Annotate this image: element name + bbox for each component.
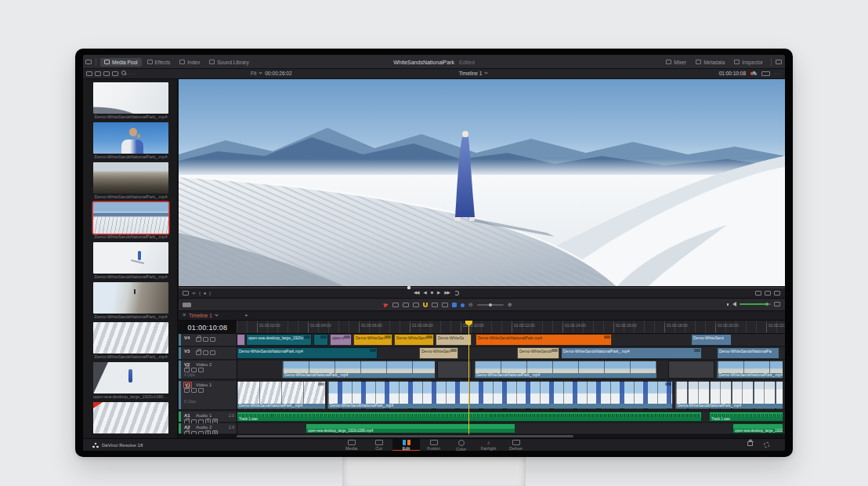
volume-slider[interactable] — [740, 303, 771, 305]
auto-select-icon[interactable] — [191, 368, 197, 372]
marker-color-chip[interactable] — [461, 303, 465, 307]
page-deliver[interactable]: Deliver — [502, 439, 530, 451]
transport-step-back-button[interactable]: ◀ — [423, 290, 425, 296]
timeline-scrollbar[interactable] — [237, 435, 573, 437]
volume-icon[interactable] — [732, 302, 736, 306]
media-clip-item[interactable]: Demo-WhiteSandsNationalPark_.mp4 — [93, 322, 168, 359]
media-clip-item[interactable]: Demo-WhiteSandsNationalPark_.mp4 — [93, 282, 168, 319]
trim-edit-icon[interactable] — [392, 303, 399, 307]
lock-icon[interactable] — [184, 388, 190, 393]
timeline-clip[interactable]: Demo-WhiteSandsNationalPark_.mp4 — [691, 334, 732, 346]
monitor-icon[interactable] — [198, 368, 204, 372]
tab-inspector[interactable]: Inspector — [730, 58, 767, 67]
timeline-clip[interactable] — [437, 361, 472, 379]
page-fusion[interactable]: Fusion — [420, 439, 447, 451]
match-frame-icon[interactable] — [755, 291, 761, 296]
timeline-ruler[interactable]: 01:00:02:0001:00:04:0001:00:06:0001:00:0… — [237, 321, 785, 334]
track-id[interactable]: V3 — [184, 349, 190, 354]
auto-select-icon[interactable] — [203, 350, 208, 355]
tab-effects[interactable]: Effects — [143, 58, 175, 67]
timeline-clip[interactable]: open-sea-desktop_large_1920x1080.mp4 — [732, 423, 783, 433]
toolbox-icon[interactable] — [183, 303, 191, 307]
audio-meter-icon[interactable] — [774, 302, 780, 306]
media-clip-item[interactable]: Demo-WhiteSandsNationalPark_.mp4 — [93, 82, 168, 119]
media-clip-item[interactable]: open-sea-desktop_large_1920x1080.mp4 — [93, 362, 168, 399]
lock-icon[interactable] — [196, 337, 201, 342]
jog-control[interactable]: ( ● ) — [199, 291, 212, 296]
list-view-icon[interactable] — [112, 71, 118, 76]
timeline-clip[interactable]: Track 1.wav — [709, 412, 783, 422]
timeline-clip[interactable]: open-sea-desktop_large_1920x1080.mp4 — [246, 334, 312, 346]
timeline-viewer[interactable] — [179, 79, 785, 286]
monitor-icon[interactable] — [198, 388, 204, 393]
settings-gear-icon[interactable] — [764, 442, 769, 448]
timeline-clip[interactable]: open-sea-desktop_large_1920x1080.mp4 — [330, 334, 352, 346]
playhead-line[interactable] — [468, 321, 469, 434]
media-clip-item[interactable]: Demo-WhiteSandsNationalPark_.mp4 — [93, 242, 168, 279]
timeline-clip[interactable]: Demo-WhiteSandsNationalPark_.mp4 — [282, 361, 436, 379]
search-icon[interactable] — [121, 71, 127, 76]
timeline-clip[interactable]: Demo-WhiteSandsNationalPark_.mp4 — [517, 347, 559, 359]
loop-button[interactable] — [454, 291, 459, 296]
media-clip-item[interactable] — [93, 402, 168, 434]
timeline-clip[interactable]: open-sea-desktop_large_1920x1080.mp4 — [306, 423, 515, 433]
dual-screen-icon[interactable] — [761, 71, 770, 76]
transport-stop-button[interactable]: ■ — [431, 290, 432, 296]
flag-icon[interactable] — [442, 303, 448, 307]
fit-dropdown[interactable]: Fit — [251, 71, 256, 76]
page-media[interactable]: Media — [338, 439, 365, 451]
transport-play-button[interactable]: ▶ — [437, 290, 439, 296]
page-color[interactable]: Color — [447, 439, 475, 451]
import-icon[interactable] — [86, 71, 92, 76]
pointer-tool-icon[interactable] — [383, 302, 389, 308]
clip-color-chip[interactable] — [452, 303, 457, 307]
media-clip-item[interactable]: Demo-WhiteSandsNationalPark_.mp4 — [93, 202, 168, 239]
media-clip-item[interactable]: Demo-WhiteSandsNationalPark_.mp4 — [93, 162, 168, 199]
workspace-icon[interactable] — [85, 60, 92, 64]
add-timeline-button[interactable]: + — [244, 312, 248, 319]
timeline-clip[interactable]: Demo-WhiteSandsNationalPark_.mp4 — [353, 334, 392, 346]
snap-magnet-icon[interactable] — [423, 303, 428, 307]
timeline-clip[interactable]: Demo-WhiteSandsNationalPark_.mp4 — [237, 381, 326, 409]
timeline-clip[interactable] — [668, 361, 714, 379]
zoom-in-icon[interactable]: ⊕ — [508, 302, 512, 308]
page-fairlight[interactable]: ♪Fairlight — [475, 439, 502, 451]
timeline-clip[interactable]: Demo-WhiteSandsNationalPark_.mp4 — [717, 361, 783, 379]
link-clips-icon[interactable] — [432, 303, 438, 307]
zoom-slider[interactable] — [477, 304, 504, 306]
timeline-clip[interactable]: Demo-WhiteSandsNationalPark_.mp4 — [436, 334, 472, 346]
lock-icon[interactable] — [184, 368, 190, 372]
dynamic-trim-icon[interactable] — [403, 303, 409, 307]
monitor-icon[interactable] — [210, 350, 215, 355]
timeline-clip[interactable]: Demo-WhiteSandsNationalPark_.mp4 — [474, 361, 657, 379]
timeline-clip[interactable]: Demo-WhiteSandsNationalPark_.mp4 — [675, 381, 783, 409]
tab-mixer[interactable]: Mixer — [662, 58, 690, 67]
timeline-clip[interactable]: Demo-WhiteSandsNationalPark_.mp4 — [717, 347, 779, 359]
thumbnail-view-icon[interactable] — [103, 71, 110, 76]
scopes-icon[interactable] — [750, 71, 758, 76]
zoom-out-icon[interactable]: ⊖ — [468, 302, 473, 308]
auto-select-icon[interactable] — [191, 388, 197, 393]
timeline-clip[interactable]: Demo-WhiteSandsNationalPark.mp4 — [237, 347, 378, 359]
timeline-clip[interactable]: Demo-WhiteSandsNationalPark.mp4 — [476, 334, 612, 346]
more-icon[interactable]: ··· — [774, 71, 781, 76]
bin-list-icon[interactable] — [95, 71, 101, 76]
in-point-icon[interactable] — [765, 291, 771, 296]
timeline-clip[interactable]: Demo-WhiteSandsNationalPark_.mp4 — [237, 334, 245, 346]
lock-icon[interactable] — [196, 350, 201, 355]
razor-icon[interactable] — [413, 303, 419, 307]
transport-last-frame-button[interactable]: ▶▶ — [444, 290, 449, 296]
page-edit[interactable]: Edit — [392, 439, 420, 451]
tab-index[interactable]: Index — [175, 58, 204, 67]
tab-metadata[interactable]: Metadata — [692, 58, 729, 67]
transport-first-frame-button[interactable]: ◀◀ — [414, 290, 418, 296]
more-options-icon[interactable]: ··· — [129, 71, 136, 76]
timeline-selector[interactable]: Timeline 1 — [342, 71, 605, 76]
out-point-icon[interactable] — [774, 291, 780, 296]
monitor-icon[interactable] — [210, 337, 215, 342]
scrubber-handle[interactable] — [407, 286, 410, 289]
aspect-ratio-icon[interactable] — [183, 291, 189, 296]
timeline-clip[interactable] — [313, 334, 328, 346]
track-id[interactable]: V4 — [184, 335, 190, 340]
media-clip-item[interactable]: Demo-WhiteSandsNationalPark_.mp4 — [93, 122, 168, 159]
